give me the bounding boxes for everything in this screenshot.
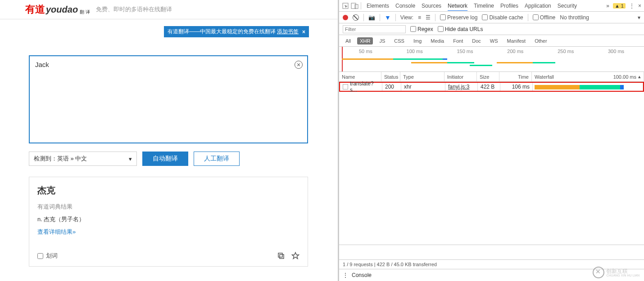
filter-img[interactable]: Img [411, 37, 424, 45]
capture-screenshot-icon[interactable]: 📷 [368, 14, 375, 21]
close-icon[interactable]: × [638, 3, 641, 9]
record-icon[interactable] [343, 15, 348, 20]
tab-console[interactable]: Console [395, 3, 415, 9]
translate-input[interactable]: Jack [29, 55, 308, 143]
clear-log-icon[interactable] [353, 14, 359, 21]
overview-icon[interactable]: ☰ [426, 14, 431, 21]
timeline[interactable]: 50 ms100 ms150 ms200 ms250 ms300 ms [339, 47, 644, 72]
disable-cache[interactable]: Disable cache [482, 14, 523, 21]
more-tabs-icon[interactable]: » [606, 3, 609, 9]
filter-css[interactable]: CSS [391, 37, 407, 45]
regex-toggle[interactable]: Regex [410, 26, 433, 32]
devtools: ElementsConsoleSourcesNetworkTimelinePro… [339, 0, 644, 281]
waterfall-bar [535, 85, 580, 89]
tab-elements[interactable]: Elements [367, 3, 389, 9]
tab-network[interactable]: Network [448, 3, 467, 9]
timeline-bar [393, 58, 443, 60]
result-icons [277, 252, 299, 260]
app-header: 有道 youdao 翻译 免费、即时的多语种在线翻译 [0, 0, 338, 19]
huaci-checkbox[interactable] [37, 253, 43, 259]
waterfall-bar [620, 85, 624, 89]
network-grid: Name Status Type Initiator Size Time Wat… [339, 72, 644, 245]
cell-status: 200 [382, 83, 401, 91]
timeline-tick: 250 ms [558, 49, 574, 54]
throttling-select[interactable]: No throttling [560, 14, 589, 21]
cell-initiator[interactable]: fanyi.js:3 [445, 83, 478, 91]
main-area: Jack 检测到：英语 » 中文 ▾ 自动翻译 人工翻译 杰克 有道词典结果 n… [0, 19, 338, 267]
timeline-bar [443, 58, 447, 60]
dict-label: 有道词典结果 [37, 203, 299, 211]
filter-all[interactable]: All [343, 37, 354, 45]
chevron-down-icon[interactable]: ▾ [638, 14, 640, 21]
device-icon[interactable] [351, 2, 359, 9]
filter-font[interactable]: Font [450, 37, 466, 45]
svg-rect-0 [278, 253, 282, 257]
tab-sources[interactable]: Sources [422, 3, 441, 9]
tab-profiles[interactable]: Profiles [500, 3, 518, 9]
filter-js[interactable]: JS [376, 37, 388, 45]
large-rows-icon[interactable]: ≡ [418, 14, 421, 21]
kebab-icon[interactable]: ⋮ [343, 272, 348, 278]
filter-bar: Regex Hide data URLs [339, 23, 644, 35]
timeline-bar [411, 62, 447, 63]
cell-type: xhr [401, 83, 445, 91]
filter-doc[interactable]: Doc [469, 37, 484, 45]
clear-icon[interactable] [295, 61, 303, 69]
huaci-label: 划词 [46, 252, 58, 260]
filter-manifest[interactable]: Manifest [504, 37, 529, 45]
more-link[interactable]: 查看详细结果» [37, 228, 76, 236]
svg-rect-1 [280, 254, 284, 259]
tab-timeline[interactable]: Timeline [474, 3, 494, 9]
offline[interactable]: Offline [533, 14, 555, 21]
filter-input[interactable] [343, 25, 406, 33]
timeline-tick: 300 ms [608, 49, 624, 54]
warning-badge[interactable]: ▲ 1 [613, 3, 626, 9]
col-type[interactable]: Type [400, 72, 444, 81]
controls: 检测到：英语 » 中文 ▾ 自动翻译 人工翻译 [29, 152, 309, 166]
cell-time: 106 ms [500, 83, 533, 91]
language-label: 检测到：英语 » 中文 [34, 155, 87, 163]
filter-icon[interactable]: ▼ [385, 14, 391, 21]
col-name[interactable]: Name [339, 72, 381, 81]
devtools-tabs: ElementsConsoleSourcesNetworkTimelinePro… [367, 3, 577, 9]
filter-other[interactable]: Other [532, 37, 550, 45]
filter-xhr[interactable]: XHR [357, 37, 373, 45]
tab-security[interactable]: Security [558, 3, 577, 9]
star-icon[interactable] [291, 252, 299, 260]
huaci-toggle[interactable]: 划词 [37, 252, 58, 260]
col-initiator[interactable]: Initiator [444, 72, 477, 81]
timeline-tick: 150 ms [457, 49, 473, 54]
logo-sub: 翻译 [80, 9, 91, 15]
logo-pinyin: youdao [46, 4, 78, 15]
timeline-bar [342, 58, 396, 60]
manual-translate-button[interactable]: 人工翻译 [194, 152, 240, 166]
file-icon [343, 84, 348, 89]
banner-link[interactable]: 添加书签 [277, 28, 299, 36]
col-waterfall[interactable]: Waterfall 100.00 ms ▴ [532, 72, 644, 81]
cell-size: 422 B [478, 83, 500, 91]
drawer-tab-console[interactable]: Console [352, 272, 372, 278]
logo-primary: 有道 [25, 3, 45, 16]
auto-translate-button[interactable]: 自动翻译 [142, 152, 188, 166]
kebab-icon[interactable]: ⋮ [629, 3, 635, 9]
inspect-icon[interactable] [342, 2, 349, 9]
preserve-log[interactable]: Preserve log [440, 14, 477, 21]
timeline-tick: 50 ms [359, 49, 372, 54]
banner-close-icon[interactable]: × [302, 29, 305, 35]
col-size[interactable]: Size [477, 72, 499, 81]
definition: n. 杰克（男子名） [37, 215, 299, 223]
filter-ws[interactable]: WS [487, 37, 501, 45]
tab-application[interactable]: Application [525, 3, 551, 9]
hide-data-urls[interactable]: Hide data URLs [438, 26, 483, 32]
chevron-up-icon: ▴ [638, 74, 641, 80]
col-time[interactable]: Time [499, 72, 532, 81]
timeline-bar [470, 65, 492, 66]
filter-media[interactable]: Media [428, 37, 447, 45]
language-select[interactable]: 检测到：英语 » 中文 ▾ [29, 152, 137, 166]
type-filters: AllXHRJSCSSImgMediaFontDocWSManifestOthe… [339, 35, 644, 47]
copy-icon[interactable] [277, 252, 285, 260]
banner: 有道翻译——中国最大最稳定的免费在线翻译 添加书签 × [164, 26, 309, 37]
col-status[interactable]: Status [381, 72, 400, 81]
separator [363, 14, 364, 21]
network-row[interactable]: translate?s... 200 xhr fanyi.js:3 422 B … [339, 82, 644, 92]
